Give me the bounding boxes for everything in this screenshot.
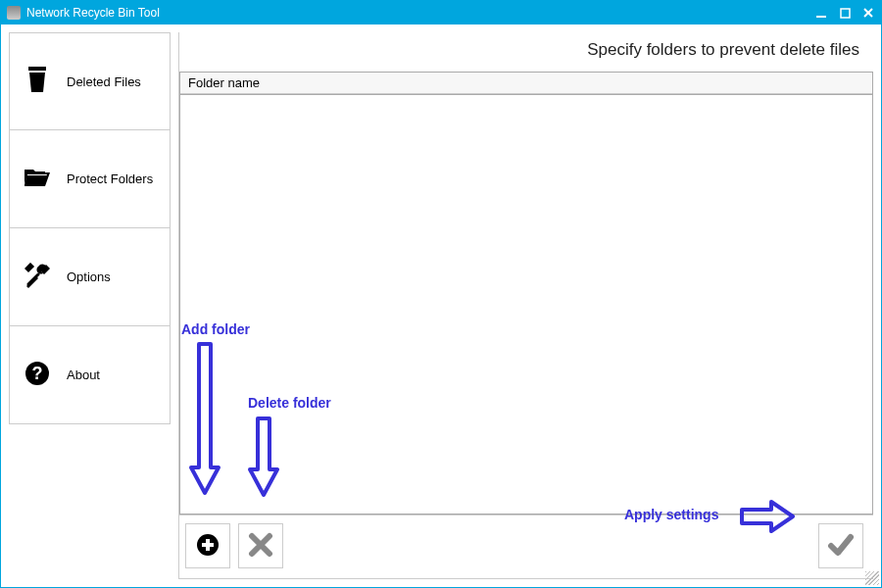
content-area: Deleted Files Protect Folders [1,24,881,587]
trash-icon [24,67,51,97]
delete-x-icon [248,532,273,561]
sidebar-item-label: About [67,368,100,382]
column-header-folder-name[interactable]: Folder name [180,73,872,94]
help-icon: ? [24,361,51,389]
titlebar[interactable]: Network Recycle Bin Tool [1,1,881,24]
sidebar: Deleted Files Protect Folders [9,32,171,579]
main-window: Network Recycle Bin Tool [0,0,882,588]
sidebar-item-protect-folders[interactable]: Protect Folders [9,130,171,228]
sidebar-item-label: Deleted Files [67,74,141,89]
sidebar-item-label: Protect Folders [67,172,153,186]
sidebar-item-about[interactable]: ? About [9,326,171,424]
add-folder-button[interactable] [185,523,230,568]
delete-folder-button[interactable] [238,523,283,568]
folder-table: Folder name [179,72,873,95]
sidebar-item-options[interactable]: Options [9,228,171,326]
maximize-icon[interactable] [838,6,852,20]
sidebar-item-deleted-files[interactable]: Deleted Files [9,32,171,130]
svg-rect-1 [841,9,850,18]
toolbar [179,514,873,578]
plus-circle-icon [195,532,220,561]
svg-rect-4 [28,67,46,71]
window-title: Network Recycle Bin Tool [26,6,160,20]
app-icon [7,6,21,20]
minimize-icon[interactable] [814,6,828,20]
tools-icon [24,263,51,291]
svg-text:?: ? [32,364,43,383]
panel-title: Specify folders to prevent delete files [179,32,873,72]
main-panel: Specify folders to prevent delete files … [178,32,873,579]
apply-button[interactable] [818,523,863,568]
resize-grip[interactable] [865,571,879,585]
check-icon [827,531,855,562]
folder-list[interactable] [179,95,873,514]
sidebar-item-label: Options [67,270,111,284]
close-icon[interactable] [861,6,875,20]
folder-open-icon [24,167,51,191]
window-controls [814,6,875,20]
